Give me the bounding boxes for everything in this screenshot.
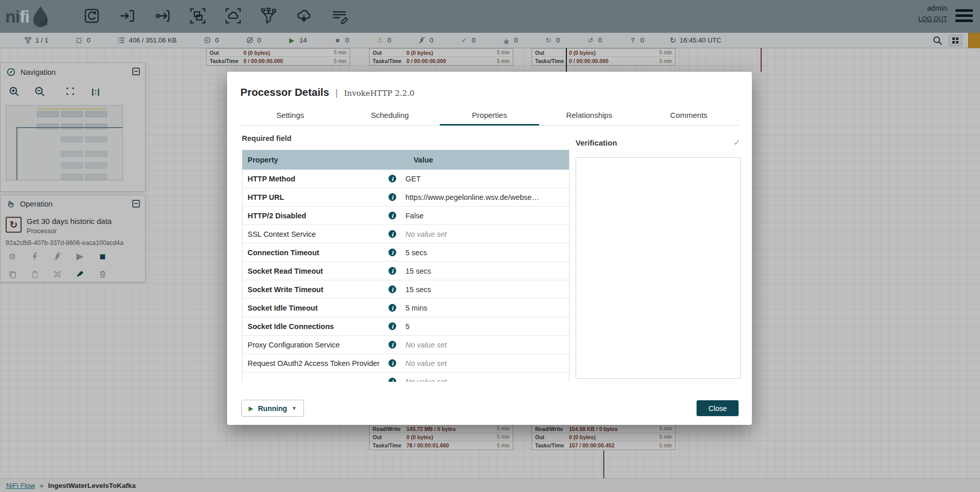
property-name-cell: HTTP Methodi [242,175,396,183]
property-name-cell: Connection Timeouti [242,249,396,257]
property-value: False [396,212,423,220]
property-name: Socket Idle Connections [248,322,334,331]
property-row: Socket Read Timeouti15 secs [242,262,569,280]
property-row: Socket Idle Connectionsi5 [242,317,569,336]
property-value: 15 secs [396,285,431,294]
properties-table-rows: HTTP MethodiGETHTTP URLihttps://www.pege… [242,170,569,382]
property-name: Proxy Configuration Service [248,341,340,349]
info-icon[interactable]: i [389,230,396,238]
tab-relationships[interactable]: Relationships [539,107,639,125]
property-value: 15 secs [396,267,431,275]
info-icon[interactable]: i [389,285,396,293]
required-field-label: Required field [242,134,292,142]
property-name: Socket Read Timeout [248,267,323,275]
property-name-cell: HTTP URLi [242,193,396,201]
property-name-cell: Request OAuth2 Access Token Provideri [242,359,396,367]
info-icon[interactable]: i [389,249,396,256]
run-state-label: Running [258,404,287,413]
column-header-value: Value [396,156,433,164]
property-name: Socket Write Timeout [248,285,323,294]
property-name-cell: Socket Idle Connectionsi [242,322,396,331]
property-value: GET [396,175,421,183]
properties-table-header: Property Value [242,150,569,170]
running-play-icon: ▶ [249,405,253,412]
info-icon[interactable]: i [389,175,396,182]
property-name-cell: Socket Idle Timeouti [242,304,396,312]
property-name-cell: i [242,378,396,382]
property-name-cell: Proxy Configuration Servicei [242,341,396,349]
property-name-cell: SSL Context Servicei [242,230,396,238]
close-button[interactable]: Close [697,400,739,416]
property-name: Socket Idle Timeout [248,304,318,312]
verification-results-box [576,157,741,379]
tab-scheduling[interactable]: Scheduling [340,107,439,125]
property-value: 5 [396,322,410,331]
property-name-cell: HTTP/2 Disabledi [242,212,396,220]
info-icon[interactable]: i [389,212,396,219]
info-icon[interactable]: i [389,322,396,330]
properties-table: Property Value HTTP MethodiGETHTTP URLih… [242,150,569,382]
verify-check-icon[interactable]: ✓ [733,137,741,148]
dialog-title: Processor Details [240,86,329,98]
property-name: Request OAuth2 Access Token Provider [248,359,380,367]
property-value: 5 mins [396,304,427,312]
info-icon[interactable]: i [389,304,396,312]
property-value: No value set [396,378,447,382]
info-icon[interactable]: i [389,267,396,275]
tab-settings[interactable]: Settings [240,107,340,125]
property-value: 5 secs [396,249,427,257]
property-name-cell: Socket Read Timeouti [242,267,396,275]
property-name: HTTP/2 Disabled [248,212,306,220]
column-header-property: Property [242,156,396,164]
property-name: HTTP URL [248,193,284,201]
property-row: Socket Write Timeouti15 secs [242,280,569,299]
info-icon[interactable]: i [389,341,396,348]
property-row: iNo value set [242,373,569,382]
verification-header: Verification ✓ [576,137,741,148]
info-icon[interactable]: i [389,359,396,367]
property-row: Request OAuth2 Access Token ProvideriNo … [242,354,569,373]
property-value: No value set [396,230,447,238]
verification-section: Verification ✓ [576,137,741,379]
property-value: No value set [396,359,447,367]
property-row: HTTP/2 DisablediFalse [242,207,569,225]
tab-properties[interactable]: Properties [440,107,539,125]
property-name-cell: Socket Write Timeouti [242,285,396,294]
info-icon[interactable]: i [389,193,396,201]
property-name: HTTP Method [248,175,295,183]
dialog-title-separator: | [335,87,338,98]
property-row: Connection Timeouti5 secs [242,243,569,262]
processor-details-dialog: Processor Details | InvokeHTTP 2.2.0 Set… [227,72,752,425]
info-icon[interactable]: i [389,378,396,382]
verification-title: Verification [576,138,617,147]
run-state-button[interactable]: ▶ Running ▼ [241,400,304,417]
property-name: SSL Context Service [248,230,316,238]
property-value: No value set [396,341,447,349]
tab-comments[interactable]: Comments [639,107,739,125]
property-value: https://www.pegelonline.wsv.de/webse… [396,193,539,201]
dialog-tabs: SettingsSchedulingPropertiesRelationship… [240,107,739,126]
property-row: SSL Context ServiceiNo value set [242,225,569,243]
property-row: Socket Idle Timeouti5 mins [242,299,569,317]
property-row: Proxy Configuration ServiceiNo value set [242,336,569,354]
dialog-title-row: Processor Details | InvokeHTTP 2.2.0 [240,86,415,98]
property-name: Connection Timeout [248,249,319,257]
property-row: HTTP URLihttps://www.pegelonline.wsv.de/… [242,188,569,207]
dialog-subtitle: InvokeHTTP 2.2.0 [344,89,414,98]
property-row: HTTP MethodiGET [242,170,569,188]
run-state-caret-icon: ▼ [292,405,297,411]
